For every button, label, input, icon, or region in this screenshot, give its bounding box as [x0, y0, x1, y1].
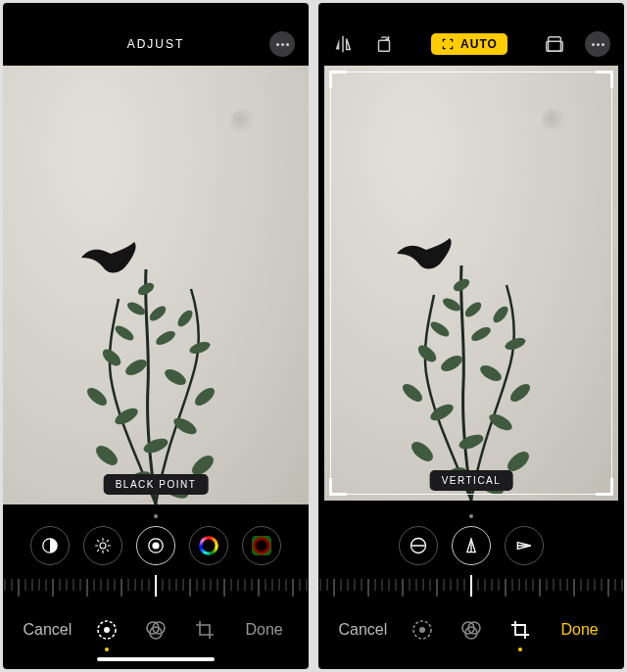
straighten-icon — [409, 536, 428, 555]
status-bar-spacer — [3, 3, 309, 23]
contrast-icon — [41, 537, 59, 554]
vignette-tool[interactable] — [242, 526, 281, 565]
svg-point-51 — [428, 401, 457, 423]
svg-point-42 — [428, 319, 452, 340]
vertical-perspective-icon — [461, 536, 481, 555]
aspect-ratio-icon[interactable] — [544, 33, 565, 55]
mode-crop-button[interactable] — [508, 618, 532, 642]
svg-point-7 — [100, 346, 124, 368]
svg-rect-37 — [549, 37, 561, 52]
svg-point-30 — [152, 542, 159, 549]
mode-crop-button[interactable] — [193, 618, 217, 642]
svg-rect-36 — [379, 40, 390, 51]
crop-tools-row — [318, 518, 624, 571]
auto-label: AUTO — [460, 37, 498, 51]
flip-icon[interactable] — [332, 33, 354, 55]
more-button[interactable] — [269, 31, 295, 57]
svg-point-44 — [491, 304, 511, 325]
svg-point-63 — [419, 627, 425, 633]
crop-header: AUTO — [318, 23, 624, 66]
vertical-tool[interactable] — [452, 526, 491, 565]
filter-icon — [144, 618, 168, 642]
svg-point-48 — [478, 362, 505, 384]
vignette-icon — [252, 536, 271, 555]
svg-line-28 — [107, 540, 109, 542]
svg-point-6 — [188, 340, 212, 357]
mode-filter-button[interactable] — [144, 618, 168, 642]
adjust-title: ADJUST — [42, 37, 269, 51]
svg-point-43 — [469, 324, 493, 344]
crop-slider[interactable] — [318, 571, 624, 604]
svg-line-25 — [97, 540, 99, 542]
svg-point-8 — [123, 357, 150, 378]
svg-point-2 — [147, 304, 169, 324]
filter-icon — [459, 618, 483, 642]
svg-point-53 — [458, 432, 486, 452]
svg-point-20 — [100, 543, 106, 549]
straighten-tool[interactable] — [399, 526, 438, 565]
done-button[interactable]: Done — [235, 621, 294, 639]
bottom-bar-left: Cancel Done — [3, 604, 309, 655]
svg-point-50 — [507, 381, 533, 406]
auto-crop-button[interactable]: AUTO — [431, 33, 507, 55]
svg-point-10 — [84, 385, 110, 409]
home-indicator-left[interactable] — [3, 655, 309, 669]
svg-point-47 — [439, 353, 465, 374]
svg-point-40 — [441, 296, 462, 314]
cancel-button[interactable]: Cancel — [333, 621, 392, 639]
svg-point-5 — [175, 308, 196, 329]
adjust-icon — [95, 618, 119, 642]
svg-line-27 — [97, 550, 99, 552]
status-bar-spacer — [318, 3, 624, 23]
svg-point-41 — [462, 300, 484, 320]
photo-subject — [344, 148, 599, 501]
saturation-tool[interactable] — [189, 526, 228, 565]
crop-tool-label: VERTICAL — [430, 470, 513, 491]
crop-icon — [508, 618, 532, 642]
adjust-header: ADJUST — [3, 23, 309, 66]
horizontal-perspective-icon — [514, 536, 534, 555]
svg-point-11 — [192, 385, 217, 409]
photo-subject — [28, 152, 283, 504]
svg-line-26 — [107, 550, 109, 552]
svg-point-54 — [409, 438, 437, 464]
svg-point-9 — [163, 366, 189, 388]
svg-point-45 — [504, 336, 527, 353]
adjust-tool-label: BLACK POINT — [104, 474, 209, 495]
contrast-tool[interactable] — [30, 526, 70, 565]
black-point-tool[interactable] — [136, 526, 175, 565]
saturation-icon — [199, 536, 218, 555]
crop-screen: AUTO — [318, 3, 624, 669]
cancel-button[interactable]: Cancel — [18, 621, 76, 639]
adjust-screen: ADJUST — [3, 3, 309, 669]
horizontal-tool[interactable] — [505, 526, 544, 565]
more-button-right[interactable] — [585, 31, 610, 57]
photo-canvas-left[interactable]: BLACK POINT — [3, 66, 309, 504]
svg-point-49 — [400, 381, 425, 406]
adjust-icon — [410, 618, 434, 642]
svg-point-4 — [154, 328, 177, 348]
svg-point-15 — [93, 442, 121, 468]
adjust-tools-row — [3, 518, 309, 571]
ruler-center-indicator — [155, 575, 157, 597]
svg-point-1 — [125, 300, 147, 318]
svg-point-32 — [104, 627, 110, 633]
brightness-icon — [94, 537, 112, 554]
crop-icon — [193, 618, 217, 642]
photo-canvas-right[interactable]: VERTICAL — [324, 66, 618, 501]
bottom-bar-right: Cancel Done — [318, 604, 624, 655]
svg-point-3 — [113, 323, 136, 344]
ruler-center-indicator — [470, 575, 472, 597]
mode-adjust-button[interactable] — [410, 618, 434, 642]
done-button[interactable]: Done — [551, 621, 609, 639]
selected-dot-marker — [3, 504, 309, 518]
svg-point-14 — [142, 436, 170, 456]
brightness-tool[interactable] — [83, 526, 122, 565]
svg-point-12 — [113, 405, 141, 427]
rotate-icon[interactable] — [373, 33, 395, 55]
mode-filter-button[interactable] — [459, 618, 483, 642]
mode-adjust-button[interactable] — [95, 618, 119, 642]
adjust-slider[interactable] — [3, 571, 309, 604]
black-point-icon — [147, 537, 165, 554]
crop-active-indicator — [518, 648, 522, 651]
